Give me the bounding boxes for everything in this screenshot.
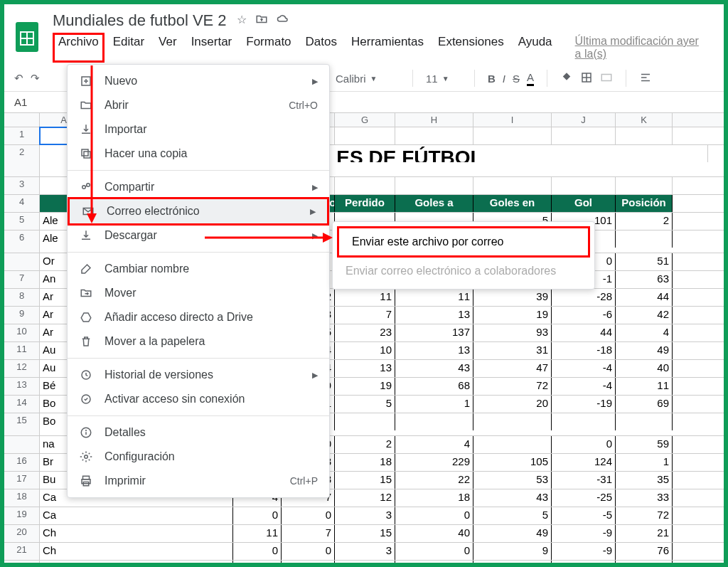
align-icon[interactable] bbox=[639, 71, 652, 86]
cell[interactable]: Ch bbox=[40, 543, 233, 560]
cell[interactable] bbox=[473, 127, 552, 144]
row-header[interactable]: 17 bbox=[4, 472, 40, 489]
cell[interactable]: 68 bbox=[395, 378, 473, 395]
menu-item-imprimir[interactable]: ImprimirCtrl+P bbox=[68, 469, 329, 493]
cell[interactable]: 35 bbox=[616, 472, 673, 489]
cell[interactable]: 4 bbox=[616, 324, 673, 341]
cell[interactable]: -18 bbox=[552, 342, 616, 359]
cell[interactable]: 0 bbox=[552, 436, 616, 453]
cell[interactable]: 42 bbox=[616, 307, 673, 324]
row-header[interactable]: 19 bbox=[4, 507, 40, 524]
row-header[interactable]: 10 bbox=[4, 324, 40, 341]
row-header[interactable]: 18 bbox=[4, 489, 40, 507]
cell[interactable]: 5 bbox=[473, 507, 552, 524]
row-header[interactable]: 21 bbox=[4, 543, 40, 560]
cell[interactable]: 3 bbox=[282, 561, 335, 567]
cell[interactable]: 1 bbox=[616, 454, 673, 471]
row-header[interactable]: 7 bbox=[4, 271, 40, 288]
menu-item-añadir-acceso-directo-a-drive[interactable]: Añadir acceso directo a Drive bbox=[68, 305, 329, 329]
cell[interactable]: 0 bbox=[233, 507, 282, 524]
cell[interactable]: 53 bbox=[473, 472, 552, 489]
row-header[interactable]: 1 bbox=[4, 127, 40, 144]
cloud-icon[interactable] bbox=[277, 13, 289, 28]
header-cell[interactable]: Goles a bbox=[395, 195, 473, 212]
cell[interactable]: Ca bbox=[40, 507, 233, 524]
move-folder-icon[interactable] bbox=[255, 13, 268, 28]
row-header[interactable]: 8 bbox=[4, 289, 40, 306]
cell[interactable]: 137 bbox=[395, 324, 473, 341]
cell[interactable]: 13 bbox=[395, 342, 473, 359]
cell[interactable]: 19 bbox=[473, 307, 552, 324]
menu-item-configuración[interactable]: Configuración bbox=[68, 445, 329, 469]
cell[interactable]: 13 bbox=[395, 307, 473, 324]
cell[interactable]: 43 bbox=[473, 489, 552, 507]
menu-item-abrir[interactable]: AbrirCtrl+O bbox=[68, 93, 329, 117]
row-header[interactable]: 11 bbox=[4, 342, 40, 359]
cell[interactable]: 63 bbox=[616, 271, 673, 288]
menu-item-correo-electrónico[interactable]: Correo electrónico▶ bbox=[68, 197, 329, 226]
cell[interactable]: 0 bbox=[233, 543, 282, 560]
cell[interactable]: 3 bbox=[335, 507, 395, 524]
menu-item-importar[interactable]: Importar bbox=[68, 117, 329, 142]
merge-icon[interactable] bbox=[600, 71, 613, 86]
header-cell[interactable]: Gol bbox=[552, 195, 616, 212]
col-header[interactable]: I bbox=[473, 113, 552, 127]
cell[interactable]: 47 bbox=[473, 360, 552, 377]
cell[interactable]: 10 bbox=[335, 342, 395, 359]
cell[interactable]: 69 bbox=[616, 396, 673, 413]
cell[interactable] bbox=[473, 413, 552, 430]
cell[interactable]: 7 bbox=[282, 525, 335, 542]
cell[interactable]: 9 bbox=[233, 561, 282, 567]
cell[interactable]: 32 bbox=[395, 561, 473, 567]
bold-icon[interactable]: B bbox=[488, 73, 496, 85]
cell[interactable]: 93 bbox=[473, 324, 552, 341]
cell[interactable]: 49 bbox=[616, 342, 673, 359]
cell[interactable]: 51 bbox=[616, 253, 673, 270]
font-selector[interactable]: Calibri▼ bbox=[336, 73, 400, 85]
header-cell[interactable]: Perdido bbox=[335, 195, 395, 212]
italic-icon[interactable]: I bbox=[503, 73, 505, 85]
cell[interactable]: 2 bbox=[616, 213, 673, 230]
cell[interactable]: 18 bbox=[335, 454, 395, 471]
star-icon[interactable]: ☆ bbox=[237, 13, 247, 28]
menu-item-mover[interactable]: Mover bbox=[68, 281, 329, 305]
fill-color-icon[interactable] bbox=[560, 71, 573, 86]
cell[interactable]: 11 bbox=[616, 378, 673, 395]
cell[interactable]: 9 bbox=[473, 543, 552, 560]
row-header[interactable] bbox=[4, 253, 40, 270]
cell[interactable]: -25 bbox=[552, 489, 616, 507]
cell[interactable]: -4 bbox=[552, 378, 616, 395]
col-header[interactable]: H bbox=[395, 113, 473, 127]
cell[interactable]: 21 bbox=[616, 525, 673, 542]
menu-ayuda[interactable]: Ayuda bbox=[513, 33, 558, 63]
row-header[interactable]: 12 bbox=[4, 360, 40, 377]
col-header[interactable]: G bbox=[335, 113, 395, 127]
send-file-by-email[interactable]: Enviar este archivo por correo bbox=[337, 226, 590, 258]
cell[interactable]: 44 bbox=[616, 289, 673, 306]
menu-editar[interactable]: Editar bbox=[107, 33, 150, 63]
cell[interactable]: 31 bbox=[473, 342, 552, 359]
cell[interactable]: 3 bbox=[335, 543, 395, 560]
col-header[interactable]: J bbox=[552, 113, 616, 127]
cell[interactable] bbox=[552, 413, 616, 430]
cell[interactable] bbox=[335, 127, 395, 144]
cell[interactable]: 43 bbox=[395, 360, 473, 377]
cell[interactable]: 72 bbox=[473, 378, 552, 395]
cell[interactable]: 59 bbox=[616, 436, 673, 453]
cell[interactable]: 7 bbox=[335, 307, 395, 324]
cell[interactable]: 5 bbox=[335, 396, 395, 413]
menu-archivo[interactable]: Archivo bbox=[53, 33, 105, 63]
cell[interactable]: 124 bbox=[552, 454, 616, 471]
text-color-icon[interactable]: A bbox=[527, 71, 534, 86]
redo-icon[interactable]: ↷ bbox=[31, 72, 40, 85]
cell[interactable]: 105 bbox=[473, 454, 552, 471]
last-modified[interactable]: Última modificación ayer a la(s) bbox=[569, 33, 714, 63]
cell[interactable] bbox=[395, 127, 473, 144]
cell[interactable] bbox=[335, 413, 395, 430]
cell[interactable]: 20 bbox=[473, 396, 552, 413]
cell[interactable]: 0 bbox=[282, 507, 335, 524]
cell[interactable]: 49 bbox=[473, 525, 552, 542]
cell[interactable] bbox=[616, 127, 673, 144]
cell[interactable]: 1 bbox=[395, 396, 473, 413]
borders-icon[interactable] bbox=[580, 71, 593, 86]
